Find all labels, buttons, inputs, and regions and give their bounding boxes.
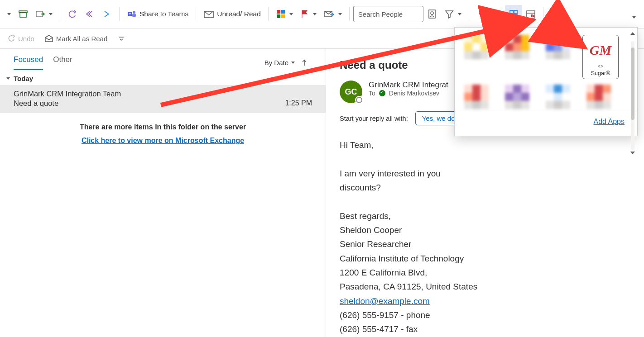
svg-rect-19 [510,14,513,18]
app-tile[interactable] [460,85,493,109]
share-teams-label: Share to Teams [139,10,188,18]
view-more-link[interactable]: Click here to view more on Microsoft Exc… [82,137,244,145]
undo-icon [7,34,15,43]
archive-button[interactable] [14,5,32,23]
undo-icon [67,9,77,19]
svg-point-5 [133,11,135,14]
svg-rect-11 [281,14,285,18]
svg-rect-23 [531,14,533,17]
app-tile[interactable] [542,85,574,109]
teams-icon: T [127,9,137,19]
envelope-open-icon [44,34,53,43]
group-header-today[interactable]: Today [0,70,326,85]
all-apps-button[interactable] [505,5,522,23]
undo-button[interactable] [64,5,81,23]
svg-rect-18 [514,10,517,14]
app-tile[interactable] [582,85,615,109]
message-list-pane: Focused Other By Date Today GrinMark CRM… [0,49,326,337]
insights-button[interactable] [522,5,539,23]
svg-rect-20 [514,14,517,18]
popover-scrollbar[interactable] [629,32,636,154]
email-body: Hi Team, I am very interested in you dis… [340,138,644,337]
filter-icon [444,9,454,19]
message-from: GrinMark CRM Integration Team [14,90,312,98]
app-sub: <> [598,63,604,69]
app-tile[interactable] [501,35,533,79]
tab-other[interactable]: Other [53,55,72,70]
app-tile[interactable] [542,35,574,79]
ribbon: T Share to Teams Unread/ Read Search Peo… [0,0,644,28]
app-label: Sugar® [591,71,610,77]
app-tile[interactable] [460,35,493,79]
address-book-button[interactable] [423,5,441,23]
email-from: GrinMark CRM Integrat [369,81,448,90]
app-tile[interactable] [501,85,533,109]
unread-read-button[interactable]: Unread/ Read [200,5,264,23]
apps-grid: GM <> Sugar® [456,32,636,112]
rules-icon [324,9,335,19]
popover-footer: Add Apps [456,112,636,131]
more-items-notice: There are more items in this folder on t… [0,123,326,145]
flag-button[interactable] [297,5,320,23]
forward-icon [102,9,112,19]
envelope-icon [203,9,214,19]
reply-all-icon [85,9,95,19]
sort-arrow-icon [301,59,308,66]
svg-text:T: T [129,12,131,16]
ribbon-dropdown-1[interactable] [3,5,14,23]
forward-button[interactable] [98,5,115,23]
svg-rect-24 [533,15,534,17]
more-items-text: There are more items in this folder on t… [0,123,326,131]
svg-rect-9 [281,10,285,14]
translate-button[interactable]: A字 [473,5,497,23]
filter-button[interactable] [441,5,465,23]
share-teams-button[interactable]: T Share to Teams [123,5,192,23]
tab-focused[interactable]: Focused [14,55,43,70]
reply-label: Start your reply all with: [340,115,408,122]
calendar-insights-icon [526,9,536,19]
ribbon-expand-button[interactable] [628,8,639,26]
mark-all-label: Mark All as Read [56,35,107,43]
apps-grid-icon [509,9,519,19]
message-item[interactable]: GrinMark CRM Integration Team Need a quo… [0,85,326,113]
categories-icon [276,9,286,19]
add-apps-link[interactable]: Add Apps [594,118,625,125]
archive-icon [18,9,28,19]
gm-app-icon: GM [588,38,613,62]
sort-by-button[interactable]: By Date [264,55,326,70]
svg-rect-1 [20,13,26,17]
undo-label: Undo [18,35,34,43]
rules-button[interactable] [320,5,346,23]
svg-rect-8 [277,10,280,14]
avatar: GC [340,81,362,103]
svg-point-14 [431,12,433,14]
message-time: 1:25 PM [285,99,312,108]
unread-read-label: Unread/ Read [217,10,261,18]
svg-rect-17 [510,10,513,14]
sub-more-button[interactable] [115,33,127,43]
email-to-line: To Denis Markovtsev [369,90,448,97]
translate-icon: A字 [476,9,486,19]
categorize-button[interactable] [272,5,297,23]
message-subject: Need a quote [14,99,58,108]
email-link[interactable]: sheldon@example.com [340,296,430,306]
svg-text:字: 字 [482,13,486,19]
search-people-input[interactable]: Search People [353,6,423,22]
svg-rect-6 [132,14,136,17]
ellipsis-icon: ••• [552,9,565,19]
move-button[interactable] [32,5,56,23]
folder-tabs: Focused Other By Date [0,49,326,70]
address-book-icon [427,9,437,19]
mark-all-read-button[interactable]: Mark All as Read [42,33,110,44]
flag-icon [300,9,309,19]
verified-icon [379,90,385,96]
search-placeholder: Search People [358,10,403,18]
move-icon [35,9,45,19]
reply-all-button[interactable] [81,5,98,23]
apps-popover: GM <> Sugar® Add Apps [454,27,638,136]
email-to-name: Denis Markovtsev [389,90,439,97]
svg-rect-10 [277,14,280,18]
more-commands-button[interactable]: ••• [547,5,570,23]
undo-sub-button[interactable]: Undo [5,33,37,44]
app-tile-sugar[interactable]: GM <> Sugar® [582,35,619,79]
